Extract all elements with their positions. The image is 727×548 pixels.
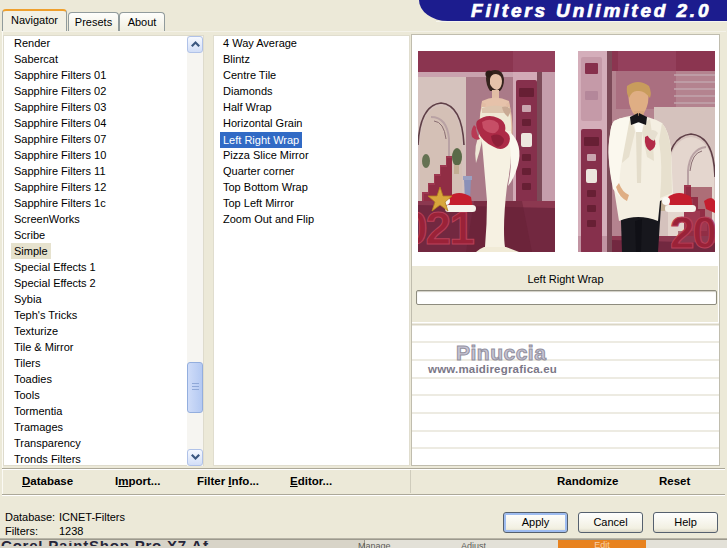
svg-text:20: 20	[670, 208, 715, 252]
